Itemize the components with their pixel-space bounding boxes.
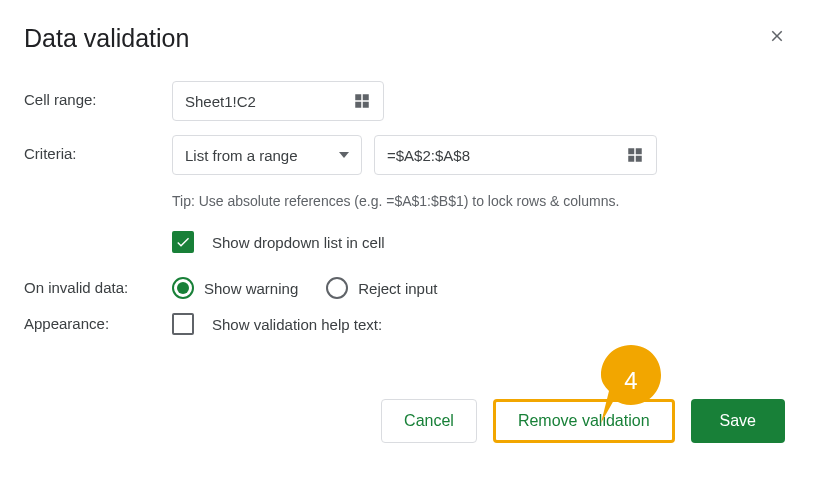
cancel-button[interactable]: Cancel — [381, 399, 477, 443]
criteria-range-field[interactable]: =$A$2:$A$8 — [374, 135, 657, 175]
dialog-footer: Cancel Remove validation Save — [24, 399, 789, 443]
chevron-down-icon — [339, 152, 349, 158]
on-invalid-label: On invalid data: — [24, 277, 172, 296]
appearance-row: Appearance: Show validation help text: — [24, 313, 789, 335]
grid-select-icon[interactable] — [626, 146, 644, 164]
criteria-tip: Tip: Use absolute references (e.g. =$A$1… — [172, 193, 789, 209]
criteria-type-dropdown[interactable]: List from a range — [172, 135, 362, 175]
show-dropdown-row: Show dropdown list in cell — [172, 231, 789, 253]
on-invalid-row: On invalid data: Show warning Reject inp… — [24, 277, 789, 299]
dialog-header: Data validation — [24, 24, 789, 53]
dialog-title: Data validation — [24, 24, 189, 53]
cell-range-label: Cell range: — [24, 81, 172, 108]
remove-validation-button[interactable]: Remove validation — [493, 399, 675, 443]
criteria-label: Criteria: — [24, 135, 172, 162]
cell-range-value: Sheet1!C2 — [185, 93, 353, 110]
criteria-row: Criteria: List from a range =$A$2:$A$8 — [24, 135, 789, 175]
radio-selected-icon — [172, 277, 194, 299]
appearance-label: Appearance: — [24, 313, 172, 332]
criteria-range-value: =$A$2:$A$8 — [387, 147, 626, 164]
close-button[interactable] — [765, 24, 789, 48]
show-dropdown-label: Show dropdown list in cell — [212, 234, 385, 251]
reject-input-label: Reject input — [358, 280, 437, 297]
data-validation-dialog: Data validation Cell range: Sheet1!C2 Cr… — [0, 0, 813, 467]
help-text-checkbox[interactable] — [172, 313, 194, 335]
close-icon — [768, 27, 786, 45]
show-warning-label: Show warning — [204, 280, 298, 297]
show-dropdown-checkbox[interactable] — [172, 231, 194, 253]
help-text-label: Show validation help text: — [212, 316, 382, 333]
save-button[interactable]: Save — [691, 399, 785, 443]
criteria-type-value: List from a range — [185, 147, 333, 164]
cell-range-row: Cell range: Sheet1!C2 — [24, 81, 789, 121]
checkmark-icon — [175, 234, 191, 250]
radio-unselected-icon — [326, 277, 348, 299]
cell-range-field[interactable]: Sheet1!C2 — [172, 81, 384, 121]
reject-input-radio[interactable]: Reject input — [326, 277, 437, 299]
show-warning-radio[interactable]: Show warning — [172, 277, 298, 299]
grid-select-icon[interactable] — [353, 92, 371, 110]
